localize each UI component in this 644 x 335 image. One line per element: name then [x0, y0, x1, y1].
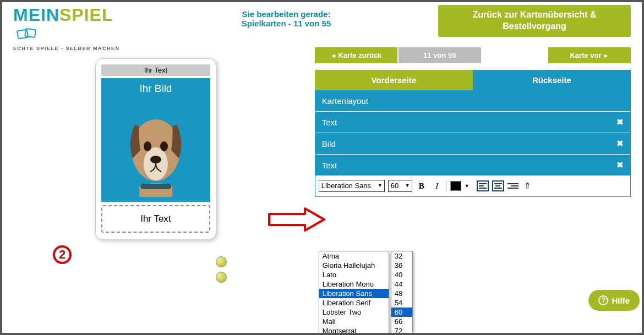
move-up-button[interactable]: ⇑ — [522, 180, 534, 192]
color-swatch[interactable] — [450, 181, 461, 191]
italic-button[interactable]: I — [431, 180, 443, 192]
font-option[interactable]: Montserrat — [319, 326, 389, 333]
card-top-text[interactable]: Ihr Text — [101, 64, 210, 76]
card-bottom-text[interactable]: Ihr Text — [101, 205, 210, 233]
accordion-text2[interactable]: Text✖ — [315, 154, 630, 175]
card-preview-pane: Ihr Text Ihr Bild — [2, 42, 309, 333]
font-option[interactable]: Lato — [319, 270, 389, 279]
size-select[interactable]: 60▼ — [388, 180, 412, 192]
header: MEINSPIEL ECHTE SPIELE - SELBER MACHEN S… — [2, 2, 642, 42]
close-icon[interactable]: ✖ — [616, 117, 624, 127]
side-tabs: Vorderseite Rückseite — [315, 70, 631, 90]
svg-rect-7 — [140, 184, 171, 189]
font-option[interactable]: Liberation Serif — [319, 298, 389, 307]
font-option[interactable]: Lobster Two — [319, 307, 389, 317]
logo-text-2: SPIEL — [59, 5, 113, 25]
align-center-button[interactable] — [492, 180, 504, 191]
text-toolbar: Liberation Sans▼ 60▼ B I ▼ ⇑ — [315, 175, 630, 196]
size-option[interactable]: 36 — [391, 261, 412, 270]
size-dropdown[interactable]: 323640444854606672808896 — [391, 251, 413, 333]
svg-point-4 — [144, 141, 151, 151]
align-left-button[interactable] — [477, 180, 489, 191]
rotate-button[interactable] — [216, 256, 227, 267]
tab-back[interactable]: Rückseite — [473, 70, 631, 90]
card-counter: 11 von 55 — [399, 47, 481, 63]
card-preview: Ihr Text Ihr Bild — [95, 58, 216, 240]
accordion-text[interactable]: Text✖ — [315, 111, 630, 133]
back-to-overview-button[interactable]: Zurück zur Kartenübersicht & Bestellvorg… — [438, 5, 631, 37]
font-option[interactable]: Liberation Mono — [319, 279, 389, 289]
font-dropdown[interactable]: AtmaGloria HallelujahLatoLiberation Mono… — [319, 251, 389, 333]
bold-button[interactable]: B — [416, 180, 428, 192]
size-option[interactable]: 48 — [391, 289, 412, 298]
help-button[interactable]: ? Hilfe — [588, 290, 640, 311]
close-icon[interactable]: ✖ — [616, 139, 624, 149]
font-option[interactable]: Atma — [319, 251, 389, 261]
accordion-bild[interactable]: Bild✖ — [315, 133, 630, 154]
card-image-label: Ihr Bild — [139, 83, 172, 94]
logo-text-1: MEIN — [13, 5, 59, 25]
pin-button[interactable] — [216, 272, 227, 283]
help-icon: ? — [598, 295, 608, 305]
svg-point-5 — [160, 141, 168, 151]
size-option[interactable]: 44 — [391, 279, 412, 289]
annotation-2: 2 — [53, 245, 72, 264]
align-right-button[interactable] — [507, 182, 519, 190]
font-option[interactable]: Liberation Sans — [319, 289, 389, 298]
card-nav: ◄ Karte zurück 11 von 55 Karte vor ► — [315, 47, 631, 63]
tab-front[interactable]: Vorderseite — [315, 70, 473, 90]
size-option[interactable]: 32 — [391, 251, 412, 261]
header-status: Sie bearbeiten gerade: Spielkarten - 11 … — [134, 5, 438, 28]
font-option[interactable]: Gloria Hallelujah — [319, 261, 389, 270]
size-option[interactable]: 60 — [391, 307, 412, 317]
size-option[interactable]: 54 — [391, 298, 412, 307]
size-option[interactable]: 40 — [391, 270, 412, 279]
accordion-layout[interactable]: Kartenlayout — [315, 91, 630, 111]
chevron-down-icon: ▼ — [405, 183, 410, 188]
size-option[interactable]: 72 — [391, 326, 412, 333]
font-select[interactable]: Liberation Sans▼ — [319, 180, 385, 192]
svg-point-6 — [150, 156, 161, 163]
svg-rect-0 — [17, 30, 28, 39]
font-option[interactable]: Mali — [319, 317, 389, 326]
close-icon[interactable]: ✖ — [616, 160, 624, 170]
dog-image — [117, 98, 194, 197]
editor-pane: ◄ Karte zurück 11 von 55 Karte vor ► Vor… — [309, 42, 642, 333]
card-image-area[interactable]: Ihr Bild — [101, 78, 210, 202]
next-card-button[interactable]: Karte vor ► — [548, 47, 631, 63]
chevron-down-icon: ▼ — [378, 183, 383, 188]
chevron-down-icon: ▼ — [465, 183, 470, 189]
prev-card-button[interactable]: ◄ Karte zurück — [315, 47, 397, 63]
size-option[interactable]: 66 — [391, 317, 412, 326]
